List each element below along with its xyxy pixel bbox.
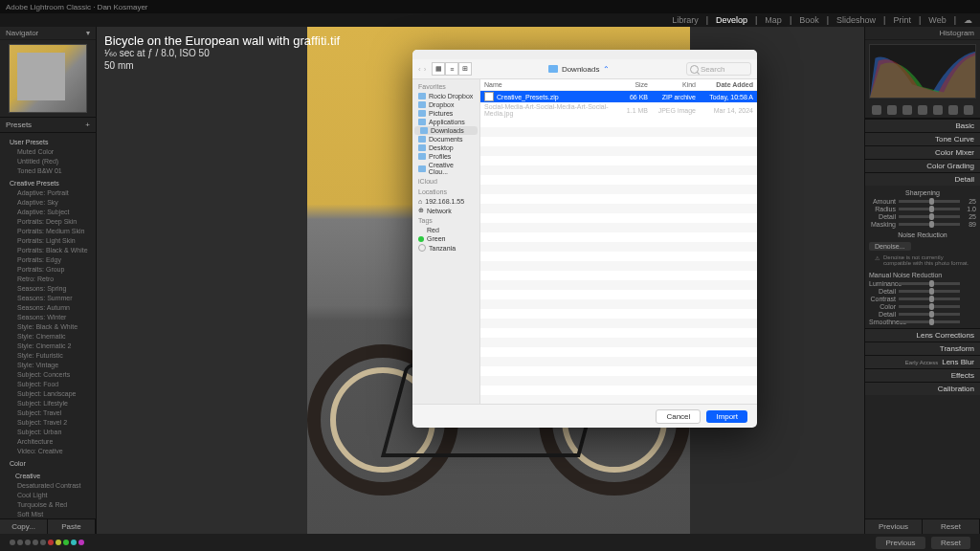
import-button[interactable]: Import — [706, 410, 747, 423]
histogram[interactable] — [869, 44, 976, 99]
rating-dots[interactable] — [10, 540, 84, 545]
preset-item[interactable]: Desaturated Contrast — [10, 481, 96, 491]
copy-button[interactable]: Copy... — [0, 519, 48, 534]
preset-item[interactable]: Retro: Retro — [10, 275, 96, 284]
preset-item[interactable]: Seasons: Spring — [10, 284, 96, 294]
section-calibration[interactable]: Calibration — [865, 382, 980, 395]
preset-item[interactable]: Portraits: Light Skin — [10, 236, 96, 246]
view-icon-cols[interactable]: ⊞ — [458, 62, 472, 76]
section-basic[interactable]: Basic — [865, 119, 980, 132]
section-colorgrading[interactable]: Color Grading — [865, 159, 980, 172]
preset-item[interactable]: Portraits: Group — [10, 265, 96, 275]
slider[interactable] — [899, 290, 960, 293]
slider[interactable] — [899, 282, 960, 285]
section-lensblur[interactable]: Early AccessLens Blur — [865, 355, 980, 368]
preset-item[interactable]: Seasons: Autumn — [10, 303, 96, 313]
section-transform[interactable]: Transform — [865, 342, 980, 355]
radial-icon[interactable] — [948, 105, 958, 115]
preset-item[interactable]: Toned B&W 01 — [10, 166, 96, 176]
preset-item[interactable]: Subject: Landscape — [10, 389, 96, 399]
menu-develop[interactable]: Develop — [716, 15, 747, 25]
preset-item[interactable]: Style: Cinematic 2 — [10, 342, 96, 351]
preset-item[interactable]: Turquoise & Red — [10, 500, 96, 510]
menu-book[interactable]: Book — [799, 15, 819, 25]
view-icon-list[interactable]: ≡ — [445, 62, 458, 76]
slider[interactable] — [899, 298, 960, 300]
section-lens[interactable]: Lens Corrections — [865, 328, 980, 342]
nav-zoom[interactable]: ▾ — [86, 29, 90, 37]
preset-item[interactable]: Subject: Travel — [10, 408, 96, 418]
crop-icon[interactable] — [872, 105, 881, 115]
section-colormixer[interactable]: Color Mixer — [865, 145, 980, 159]
sidebar-item[interactable]: ⌂192.168.1.55 — [412, 197, 479, 206]
preset-item[interactable]: Style: Vintage — [10, 361, 96, 370]
mask-icon[interactable] — [902, 105, 912, 115]
sidebar-item[interactable]: Rocio Dropbox — [412, 92, 479, 100]
dialog-location[interactable]: Downloads — [562, 65, 600, 74]
preset-item[interactable]: Adaptive: Sky — [10, 198, 96, 208]
slider[interactable] — [899, 313, 960, 316]
preset-group-creative[interactable]: Creative Presets — [10, 179, 96, 188]
sidebar-item[interactable]: Desktop — [412, 143, 479, 152]
sidebar-item[interactable]: Profiles — [412, 152, 479, 161]
footer-prev[interactable]: Previous — [876, 537, 924, 549]
sidebar-tag[interactable]: Red — [412, 226, 479, 234]
grad-icon[interactable] — [933, 105, 943, 115]
sidebar-item[interactable]: Documents — [412, 135, 479, 143]
preset-item[interactable]: Portraits: Medium Skin — [10, 227, 96, 236]
sidebar-item[interactable]: Applications — [412, 118, 479, 126]
preset-item[interactable]: Style: Black & White — [10, 322, 96, 332]
cloud-icon[interactable]: ☁ — [964, 15, 972, 25]
preset-item[interactable]: Portraits: Deep Skin — [10, 217, 96, 227]
slider[interactable] — [899, 208, 960, 210]
section-tonecurve[interactable]: Tone Curve — [865, 132, 980, 145]
section-effects[interactable]: Effects — [865, 368, 980, 382]
navigator-thumb[interactable] — [9, 44, 87, 113]
reset-button[interactable]: Reset — [923, 519, 980, 534]
preset-item[interactable]: Style: Futuristic — [10, 351, 96, 361]
section-detail[interactable]: Detail — [865, 172, 980, 186]
preset-group-color[interactable]: Color — [10, 459, 96, 469]
preset-item[interactable]: Subject: Food — [10, 380, 96, 389]
cancel-button[interactable]: Cancel — [656, 409, 701, 424]
nav-fwd-icon[interactable]: › — [424, 65, 427, 74]
preset-subgroup-creative[interactable]: Creative — [10, 472, 96, 481]
view-icon-grid[interactable]: ▦ — [432, 62, 445, 76]
col-size[interactable]: Size — [610, 81, 648, 88]
denoise-button[interactable]: Denoise... — [869, 242, 911, 251]
chevron-down-icon[interactable]: ⌃ — [603, 65, 610, 74]
sidebar-item-downloads[interactable]: Downloads — [414, 126, 478, 135]
preset-item[interactable]: Subject: Urban Architecture — [10, 428, 96, 447]
heal-icon[interactable] — [887, 105, 897, 115]
slider[interactable] — [899, 200, 960, 203]
preset-item[interactable]: Muted Color — [10, 147, 96, 157]
preset-group-user[interactable]: User Presets — [10, 138, 96, 147]
preset-item[interactable]: Subject: Travel 2 — [10, 418, 96, 428]
sidebar-tag[interactable]: Green — [412, 234, 479, 243]
preset-item[interactable]: Subject: Lifestyle — [10, 399, 96, 408]
slider[interactable] — [899, 320, 960, 323]
preset-item[interactable]: Video: Creative — [10, 447, 96, 456]
menu-print[interactable]: Print — [893, 15, 911, 25]
preset-item[interactable]: Untitled (Red) — [10, 157, 96, 166]
file-row[interactable]: Creative_Presets.zip 66 KB ZIP archive T… — [480, 91, 757, 102]
slider[interactable] — [899, 305, 960, 308]
search-input[interactable]: Search — [686, 62, 751, 76]
preset-item[interactable]: Adaptive: Subject — [10, 208, 96, 217]
preset-list[interactable]: User Presets Muted Color Untitled (Red) … — [0, 133, 96, 518]
footer-reset[interactable]: Reset — [931, 537, 970, 549]
preset-item[interactable]: Cool Light — [10, 491, 96, 500]
preset-item[interactable]: Portraits: Edgy — [10, 255, 96, 265]
menu-library[interactable]: Library — [672, 15, 699, 25]
sidebar-tag[interactable]: Tanzania — [412, 243, 479, 253]
brush-icon[interactable] — [964, 105, 973, 115]
sidebar-item[interactable]: ⊕Network — [412, 206, 479, 215]
preset-item[interactable]: Portraits: Black & White — [10, 246, 96, 255]
redeye-icon[interactable] — [918, 105, 927, 115]
slider[interactable] — [899, 215, 960, 218]
slider[interactable] — [899, 223, 960, 226]
preset-item[interactable]: Subject: Concerts — [10, 370, 96, 380]
sidebar-item[interactable]: Creative Clou... — [412, 161, 479, 176]
col-date[interactable]: Date Added — [696, 81, 753, 88]
col-kind[interactable]: Kind — [648, 81, 696, 88]
